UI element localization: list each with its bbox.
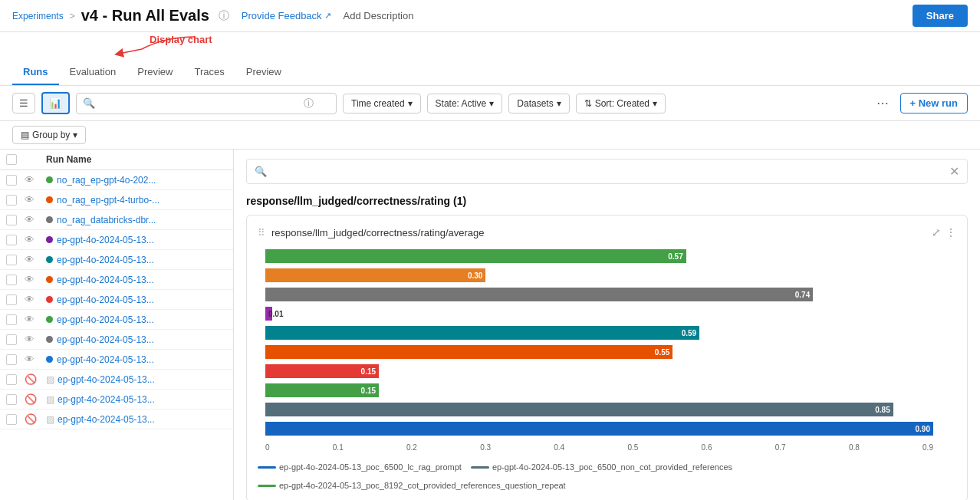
x-axis-tick: 0.2 (406, 443, 417, 452)
top-nav: Experiments > v4 - Run All Evals ⓘ Provi… (0, 0, 980, 32)
table-row: 👁no_rag_databricks-dbr... (0, 210, 233, 230)
search-info-icon[interactable]: ⓘ (304, 97, 314, 110)
clear-search-button[interactable]: ✕ (949, 164, 959, 179)
run-name[interactable]: no_rag_ep-gpt-4-turbo-... (46, 195, 227, 206)
toolbar: ☰ 📊 🔍 metrics.rmse < 1 and params.model … (0, 86, 980, 121)
select-all-checkbox[interactable] (6, 154, 17, 165)
eye-icon[interactable]: 👁 (25, 334, 35, 345)
info-icon[interactable]: ⓘ (219, 9, 229, 23)
datasets-filter[interactable]: Datasets ▾ (508, 94, 569, 113)
eye-icon[interactable]: 👁 (25, 274, 35, 285)
more-chart-options-button[interactable]: ⋮ (945, 226, 956, 238)
state-filter[interactable]: State: Active ▾ (427, 94, 503, 113)
search-input[interactable]: metrics.rmse < 1 and params.model = "tre… (100, 98, 299, 109)
run-color-dot (46, 296, 53, 303)
group-by-label: Group by (32, 130, 70, 140)
row-checkbox[interactable] (6, 374, 17, 385)
strikethrough-icon: ▨ (46, 414, 54, 425)
tabs-bar: Runs Evaluation Preview Traces Preview (0, 60, 980, 86)
bar-segment: 0.15 (265, 383, 379, 397)
eye-icon[interactable]: 👁 (25, 254, 35, 265)
bar-row: 0.55 (265, 344, 933, 360)
fullscreen-button[interactable]: ⤢ (932, 226, 941, 238)
row-checkbox[interactable] (6, 354, 17, 365)
row-checkbox[interactable] (6, 275, 17, 285)
row-checkbox[interactable] (6, 294, 17, 305)
run-name[interactable]: ep-gpt-4o-2024-05-13... (46, 354, 227, 365)
list-view-button[interactable]: ☰ (12, 93, 35, 113)
hidden-icon[interactable]: 🚫 (25, 393, 37, 405)
run-name[interactable]: no_rag_ep-gpt-4o-202... (46, 175, 227, 186)
chevron-down-icon-3: ▾ (557, 98, 561, 109)
row-checkbox[interactable] (6, 195, 17, 206)
more-options-button[interactable]: ⋯ (871, 92, 894, 114)
legend-item: ep-gpt-4o-2024-05-13_poc_8192_cot_provid… (258, 481, 566, 490)
sort-filter[interactable]: ⇅ Sort: Created ▾ (576, 94, 666, 113)
search-box: 🔍 metrics.rmse < 1 and params.model = "t… (76, 93, 337, 114)
legend-color (471, 466, 489, 469)
drag-handle[interactable]: ⠿ (258, 227, 265, 238)
bar-value-label: 0.90 (916, 425, 930, 433)
share-button[interactable]: Share (913, 5, 968, 27)
run-name[interactable]: ep-gpt-4o-2024-05-13... (46, 334, 227, 345)
run-color-dot (46, 316, 53, 323)
new-run-button[interactable]: + New run (900, 93, 968, 113)
tab-preview2[interactable]: Preview (235, 60, 292, 85)
run-color-dot (46, 336, 53, 343)
bar-row: 0.59 (265, 324, 933, 341)
row-checkbox[interactable] (6, 255, 17, 265)
row-checkbox[interactable] (6, 235, 17, 245)
eye-icon[interactable]: 👁 (25, 354, 35, 365)
run-name[interactable]: ep-gpt-4o-2024-05-13... (46, 275, 227, 285)
run-name[interactable]: ▨ ep-gpt-4o-2024-05-13... (46, 414, 227, 425)
row-checkbox[interactable] (6, 314, 17, 325)
row-checkbox[interactable] (6, 414, 17, 425)
eye-icon[interactable]: 👁 (25, 174, 35, 186)
feedback-label: Provide Feedback (242, 10, 322, 21)
row-checkbox[interactable] (6, 215, 17, 225)
legend-color (258, 466, 276, 469)
eye-icon[interactable]: 👁 (25, 234, 35, 245)
tab-preview1[interactable]: Preview (127, 60, 183, 85)
row-checkbox[interactable] (6, 175, 17, 186)
time-created-filter[interactable]: Time created ▾ (343, 94, 421, 113)
eye-icon[interactable]: 👁 (25, 194, 35, 206)
chart-icon: 📊 (49, 97, 62, 109)
bar-outside-label: 0.01 (268, 310, 283, 318)
chart-view-button[interactable]: 📊 (41, 92, 70, 114)
run-name[interactable]: ▨ ep-gpt-4o-2024-05-13... (46, 394, 227, 405)
eye-icon[interactable]: 👁 (25, 214, 35, 225)
metric-search-input[interactable]: response (271, 166, 945, 177)
eye-icon[interactable]: 👁 (25, 294, 35, 305)
tab-runs[interactable]: Runs (12, 60, 59, 85)
chart-card-title: response/llm_judged/correctness/rating/a… (271, 227, 485, 238)
run-name[interactable]: ep-gpt-4o-2024-05-13... (46, 314, 227, 325)
hidden-icon[interactable]: 🚫 (25, 413, 37, 425)
tab-evaluation[interactable]: Evaluation (59, 60, 127, 85)
bar-value-label: 0.30 (468, 271, 482, 280)
bar-value-label: 0.15 (361, 387, 376, 395)
run-name[interactable]: ep-gpt-4o-2024-05-13... (46, 255, 227, 265)
run-name[interactable]: ep-gpt-4o-2024-05-13... (46, 235, 227, 245)
add-description-link[interactable]: Add Description (344, 10, 414, 21)
bar-row: 0.01 (265, 305, 933, 322)
legend-color (258, 485, 276, 487)
x-axis-tick: 0.8 (849, 443, 860, 452)
hidden-icon[interactable]: 🚫 (25, 373, 37, 385)
group-by-button[interactable]: ▤ Group by ▾ (12, 126, 86, 144)
row-checkbox[interactable] (6, 334, 17, 345)
eye-icon[interactable]: 👁 (25, 314, 35, 325)
x-axis-tick: 0.5 (627, 443, 638, 452)
breadcrumb-experiments[interactable]: Experiments (12, 11, 64, 21)
tab-traces[interactable]: Traces (183, 60, 235, 85)
row-checkbox[interactable] (6, 394, 17, 405)
table-row: 🚫▨ ep-gpt-4o-2024-05-13... (0, 410, 233, 429)
state-label: State: Active (436, 98, 487, 109)
sort-label: Sort: Created (595, 98, 649, 109)
run-name[interactable]: ep-gpt-4o-2024-05-13... (46, 294, 227, 305)
run-name[interactable]: ▨ ep-gpt-4o-2024-05-13... (46, 374, 227, 385)
bar-value-label: 0.59 (682, 329, 696, 337)
feedback-link[interactable]: Provide Feedback ↗ (242, 10, 331, 21)
chevron-down-icon: ▾ (408, 98, 413, 109)
run-name[interactable]: no_rag_databricks-dbr... (46, 215, 227, 225)
